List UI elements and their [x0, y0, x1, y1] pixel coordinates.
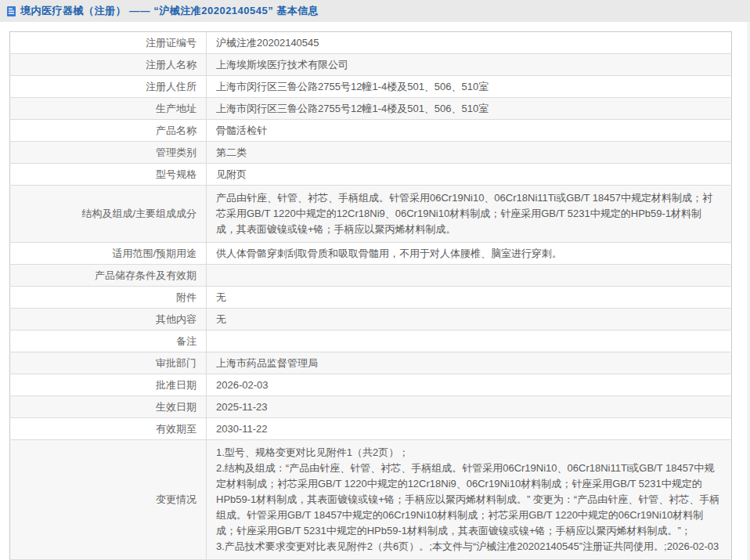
table-row: 产品储存条件及有效期 [10, 265, 732, 287]
change-line: 3.产品技术要求变更对比表见附件2（共6页）。;本文件与“沪械注准2020214… [216, 539, 722, 555]
row-value: 2025-11-23 [207, 396, 732, 418]
table-row: 注册人住所 上海市闵行区三鲁公路2755号12幢1-4楼及501、506、510… [10, 76, 732, 98]
row-label: 产品名称 [10, 120, 207, 142]
row-value [207, 331, 732, 352]
row-label: 附件 [10, 287, 207, 309]
row-label: 有效期至 [10, 418, 207, 440]
row-label: 生产地址 [10, 98, 207, 120]
table-row: 附件 无 [10, 287, 732, 309]
table-row: 注册人名称 上海埃斯埃医疗技术有限公司 [10, 54, 732, 76]
row-label: 管理类别 [10, 142, 207, 164]
table-row: 生效日期 2025-11-23 [10, 396, 732, 418]
table-row: 有效期至 2030-11-22 [10, 418, 732, 440]
row-label: 适用范围/预期用途 [10, 243, 207, 265]
row-value: 供人体骨骼穿刺刮取骨质和吸取骨髓用，不用于对人体腰椎、脑室进行穿刺。 [207, 243, 732, 265]
row-label: 注册人名称 [10, 54, 207, 76]
row-value: 沪械注准20202140545 [207, 32, 732, 54]
page-right-edge [747, 22, 750, 560]
table-row: 审批部门 上海市药品监督管理局 [10, 352, 732, 374]
row-label: 备注 [10, 331, 207, 352]
row-label: 注册人住所 [10, 76, 207, 98]
row-label: 注册证编号 [10, 32, 207, 54]
row-value: 2026-02-03 [207, 374, 732, 396]
row-value: 上海市闵行区三鲁公路2755号12幢1-4楼及501、506、510室 [207, 98, 732, 120]
table-row: 产品名称 骨髓活检针 [10, 120, 732, 142]
row-label: 型号规格 [10, 164, 207, 186]
row-value: 上海市药品监督管理局 [207, 352, 732, 374]
page-header: 境内医疗器械（注册） —— “沪械注准20202140545” 基本信息 [0, 0, 750, 22]
table-row: 批准日期 2026-02-03 [10, 374, 732, 396]
row-value [207, 265, 732, 287]
change-line: 1.型号、规格变更对比见附件1（共2页）； [216, 445, 722, 461]
row-value: 见附页 [207, 164, 732, 186]
table-row: 生产地址 上海市闵行区三鲁公路2755号12幢1-4楼及501、506、510室 [10, 98, 732, 120]
registration-info-table: 注册证编号 沪械注准20202140545 注册人名称 上海埃斯埃医疗技术有限公… [9, 31, 732, 560]
row-label: 结构及组成/主要组成成分 [10, 186, 207, 243]
table-row: 适用范围/预期用途 供人体骨骼穿刺刮取骨质和吸取骨髓用，不用于对人体腰椎、脑室进… [10, 243, 732, 265]
row-label: 审批部门 [10, 352, 207, 374]
row-value: 上海埃斯埃医疗技术有限公司 [207, 54, 732, 76]
table-row: 管理类别 第二类 [10, 142, 732, 164]
row-label: 其他内容 [10, 309, 207, 331]
row-value: 上海市闵行区三鲁公路2755号12幢1-4楼及501、506、510室 [207, 76, 732, 98]
row-value: 骨髓活检针 [207, 120, 732, 142]
row-label: 产品储存条件及有效期 [10, 265, 207, 287]
row-value: 无 [207, 287, 732, 309]
document-icon [6, 5, 16, 17]
table-row: 其他内容 无 [10, 309, 732, 331]
table-row-changes: 变更情况 1.型号、规格变更对比见附件1（共2页）； 2.结构及组成：“产品由针… [10, 440, 732, 560]
row-value: 1.型号、规格变更对比见附件1（共2页）； 2.结构及组成：“产品由针座、针管、… [207, 440, 732, 560]
row-value: 2030-11-22 [207, 418, 732, 440]
table-row: 注册证编号 沪械注准20202140545 [10, 32, 732, 54]
row-label: 变更情况 [10, 440, 207, 560]
change-line: 2.结构及组成：“产品由针座、针管、衬芯、手柄组成。针管采用06Cr19Ni10… [216, 461, 722, 539]
page-title: 境内医疗器械（注册） —— “沪械注准20202140545” 基本信息 [20, 4, 319, 18]
row-value: 第二类 [207, 142, 732, 164]
row-label: 生效日期 [10, 396, 207, 418]
row-value: 产品由针座、针管、衬芯、手柄组成。针管采用06Cr19Ni10、06Cr18Ni… [207, 186, 732, 243]
table-row: 型号规格 见附页 [10, 164, 732, 186]
row-value: 无 [207, 309, 732, 331]
table-row: 备注 [10, 331, 732, 352]
row-label: 批准日期 [10, 374, 207, 396]
table-row-structure: 结构及组成/主要组成成分 产品由针座、针管、衬芯、手柄组成。针管采用06Cr19… [10, 186, 732, 243]
